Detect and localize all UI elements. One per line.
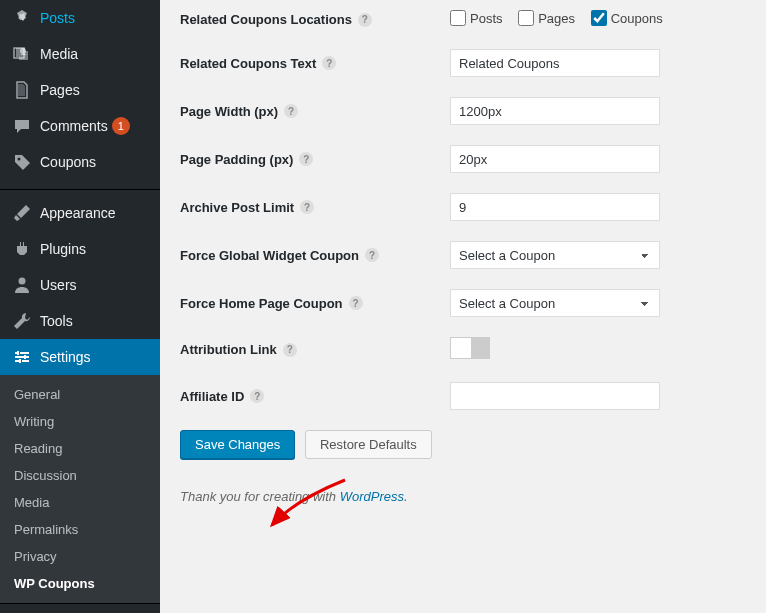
menu-settings[interactable]: Settings <box>0 339 160 375</box>
input-page-padding[interactable] <box>450 145 660 173</box>
menu-posts[interactable]: Posts <box>0 0 160 36</box>
settings-submenu: General Writing Reading Discussion Media… <box>0 375 160 603</box>
help-icon[interactable]: ? <box>283 343 297 357</box>
menu-tools[interactable]: Tools <box>0 303 160 339</box>
svg-point-3 <box>19 278 26 285</box>
input-page-width[interactable] <box>450 97 660 125</box>
collapse-menu[interactable]: Collapse menu <box>0 603 160 613</box>
menu-appearance[interactable]: Appearance <box>0 195 160 231</box>
checkbox-posts[interactable]: Posts <box>450 10 503 26</box>
help-icon[interactable]: ? <box>358 13 372 27</box>
svg-rect-6 <box>19 359 21 363</box>
input-affiliate-id[interactable] <box>450 382 660 410</box>
select-home-coupon[interactable]: Select a Coupon <box>450 289 660 317</box>
sliders-icon <box>12 347 32 367</box>
submenu-privacy[interactable]: Privacy <box>0 543 160 570</box>
menu-label: Appearance <box>40 205 116 221</box>
menu-coupons[interactable]: Coupons <box>0 144 160 180</box>
help-icon[interactable]: ? <box>250 389 264 403</box>
row-page-width: Page Width (px) ? <box>180 97 746 125</box>
menu-pages[interactable]: Pages <box>0 72 160 108</box>
checkbox-coupons[interactable]: Coupons <box>591 10 663 26</box>
label-related-text: Related Coupons Text ? <box>180 56 450 71</box>
user-icon <box>12 275 32 295</box>
help-icon[interactable]: ? <box>349 296 363 310</box>
wrench-icon <box>12 311 32 331</box>
row-home-coupon: Force Home Page Coupon ? Select a Coupon <box>180 289 746 317</box>
field-related-locations: Posts Pages Coupons <box>450 10 675 29</box>
label-global-widget: Force Global Widget Coupon ? <box>180 248 450 263</box>
svg-rect-1 <box>21 54 26 55</box>
menu-label: Plugins <box>40 241 86 257</box>
svg-point-2 <box>18 158 21 161</box>
menu-label: Users <box>40 277 77 293</box>
menu-label: Tools <box>40 313 73 329</box>
annotation-arrow <box>260 475 350 535</box>
menu-users[interactable]: Users <box>0 267 160 303</box>
brush-icon <box>12 203 32 223</box>
svg-rect-4 <box>17 351 19 355</box>
restore-button[interactable]: Restore Defaults <box>305 430 432 459</box>
help-icon[interactable]: ? <box>322 56 336 70</box>
pin-icon <box>12 8 32 28</box>
label-related-locations: Related Coupons Locations ? <box>180 12 450 27</box>
row-related-text: Related Coupons Text ? <box>180 49 746 77</box>
checkbox-pages[interactable]: Pages <box>518 10 575 26</box>
main-menu: Posts Media Pages Comments 1 Coupons App… <box>0 0 160 603</box>
submenu-wpcoupons[interactable]: WP Coupons <box>0 570 160 597</box>
menu-label: Pages <box>40 82 80 98</box>
select-global-widget[interactable]: Select a Coupon <box>450 241 660 269</box>
plugin-icon <box>12 239 32 259</box>
submenu-reading[interactable]: Reading <box>0 435 160 462</box>
tag-icon <box>12 152 32 172</box>
help-icon[interactable]: ? <box>284 104 298 118</box>
label-attribution: Attribution Link ? <box>180 342 450 357</box>
wordpress-link[interactable]: WordPress <box>340 489 404 504</box>
row-archive-limit: Archive Post Limit ? <box>180 193 746 221</box>
submenu-permalinks[interactable]: Permalinks <box>0 516 160 543</box>
menu-label: Comments <box>40 118 108 134</box>
menu-label: Coupons <box>40 154 96 170</box>
submenu-media[interactable]: Media <box>0 489 160 516</box>
menu-plugins[interactable]: Plugins <box>0 231 160 267</box>
menu-label: Settings <box>40 349 91 365</box>
row-affiliate-id: Affiliate ID ? <box>180 382 746 410</box>
toggle-knob <box>451 338 471 358</box>
media-icon <box>12 44 32 64</box>
settings-content: Related Coupons Locations ? Posts Pages … <box>160 0 766 613</box>
comment-icon <box>12 116 32 136</box>
help-icon[interactable]: ? <box>300 200 314 214</box>
save-button[interactable]: Save Changes <box>180 430 295 459</box>
submenu-writing[interactable]: Writing <box>0 408 160 435</box>
menu-comments[interactable]: Comments 1 <box>0 108 160 144</box>
label-affiliate-id: Affiliate ID ? <box>180 389 450 404</box>
input-archive-limit[interactable] <box>450 193 660 221</box>
menu-label: Media <box>40 46 78 62</box>
label-page-width: Page Width (px) ? <box>180 104 450 119</box>
label-page-padding: Page Padding (px) ? <box>180 152 450 167</box>
admin-sidebar: Posts Media Pages Comments 1 Coupons App… <box>0 0 160 613</box>
svg-point-0 <box>20 48 26 54</box>
menu-label: Posts <box>40 10 75 26</box>
comments-badge: 1 <box>112 117 130 135</box>
input-related-text[interactable] <box>450 49 660 77</box>
page-icon <box>12 80 32 100</box>
menu-separator <box>0 185 160 190</box>
help-icon[interactable]: ? <box>365 248 379 262</box>
help-icon[interactable]: ? <box>299 152 313 166</box>
label-archive-limit: Archive Post Limit ? <box>180 200 450 215</box>
footer-credit: Thank you for creating with WordPress. <box>180 489 746 504</box>
toggle-attribution[interactable] <box>450 337 490 359</box>
label-home-coupon: Force Home Page Coupon ? <box>180 296 450 311</box>
row-page-padding: Page Padding (px) ? <box>180 145 746 173</box>
svg-rect-5 <box>24 355 26 359</box>
submenu-discussion[interactable]: Discussion <box>0 462 160 489</box>
form-buttons: Save Changes Restore Defaults <box>180 430 746 459</box>
menu-media[interactable]: Media <box>0 36 160 72</box>
row-attribution: Attribution Link ? <box>180 337 746 362</box>
submenu-general[interactable]: General <box>0 381 160 408</box>
row-global-widget: Force Global Widget Coupon ? Select a Co… <box>180 241 746 269</box>
row-related-locations: Related Coupons Locations ? Posts Pages … <box>180 10 746 29</box>
